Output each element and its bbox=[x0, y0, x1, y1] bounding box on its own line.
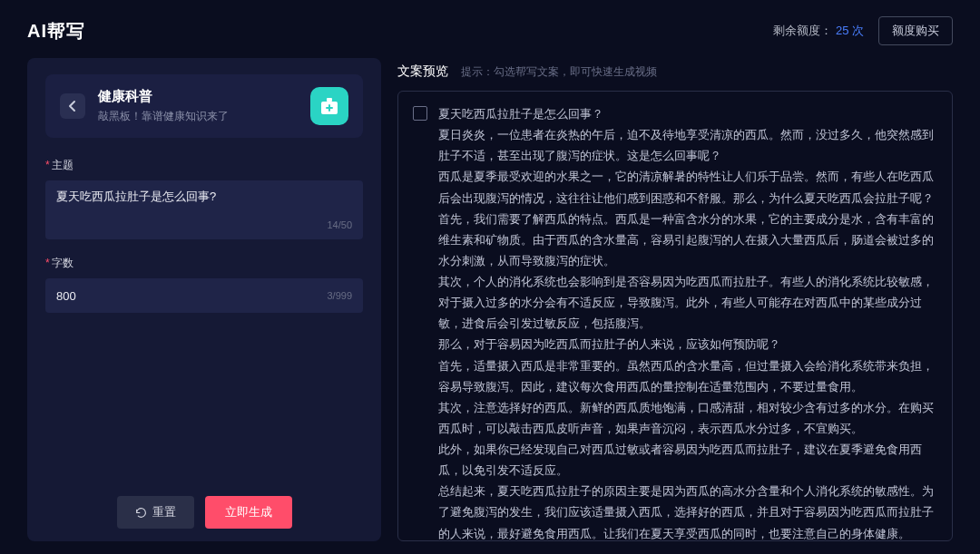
preview-hint: 提示：勾选帮写文案，即可快速生成视频 bbox=[461, 64, 657, 80]
count-label: *字数 bbox=[45, 256, 363, 271]
config-panel: 健康科普 敲黑板！靠谱健康知识来了 *主题 14/50 *字数 3/999 bbox=[27, 58, 381, 541]
preview-body[interactable]: 夏天吃西瓜拉肚子是怎么回事？ 夏日炎炎，一位患者在炎热的午后，迫不及待地享受清凉… bbox=[397, 91, 953, 541]
word-count-input[interactable] bbox=[56, 289, 352, 303]
svg-rect-1 bbox=[327, 98, 332, 102]
topic-input[interactable] bbox=[56, 190, 352, 203]
quota-label: 剩余额度： bbox=[773, 24, 832, 37]
preview-title: 文案预览 bbox=[397, 63, 448, 80]
quota-display: 剩余额度： 25 次 bbox=[773, 23, 864, 39]
reset-button[interactable]: 重置 bbox=[117, 496, 194, 529]
generate-button[interactable]: 立即生成 bbox=[205, 496, 292, 529]
back-button[interactable] bbox=[60, 93, 85, 119]
chevron-left-icon bbox=[68, 100, 77, 112]
count-counter: 3/999 bbox=[327, 290, 352, 301]
generated-text: 夏天吃西瓜拉肚子是怎么回事？ 夏日炎炎，一位患者在炎热的午后，迫不及待地享受清凉… bbox=[438, 104, 937, 541]
select-content-checkbox[interactable] bbox=[413, 106, 427, 121]
refresh-icon bbox=[135, 507, 147, 519]
topic-label: *主题 bbox=[45, 158, 363, 173]
category-card: 健康科普 敲黑板！靠谱健康知识来了 bbox=[45, 74, 363, 138]
app-header: AI帮写 剩余额度： 25 次 额度购买 bbox=[0, 0, 980, 58]
preview-panel: 文案预览 提示：勾选帮写文案，即可快速生成视频 夏天吃西瓜拉肚子是怎么回事？ 夏… bbox=[397, 58, 953, 541]
category-title: 健康科普 bbox=[98, 88, 298, 105]
quota-count: 25 次 bbox=[836, 24, 864, 37]
category-subtitle: 敲黑板！靠谱健康知识来了 bbox=[98, 109, 298, 124]
topic-counter: 14/50 bbox=[56, 219, 352, 230]
medical-kit-icon bbox=[310, 87, 348, 125]
buy-quota-button[interactable]: 额度购买 bbox=[878, 16, 953, 45]
app-title: AI帮写 bbox=[27, 19, 85, 44]
